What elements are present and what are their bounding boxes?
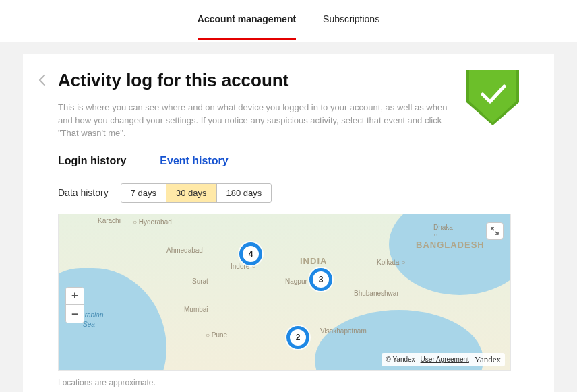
- map-city-label: Dhaka○: [433, 224, 453, 238]
- filter-label: Data history: [58, 187, 109, 198]
- locations-footnote: Locations are approximate.: [58, 378, 519, 387]
- map-country-india: INDIA: [300, 256, 327, 266]
- fullscreen-button[interactable]: [486, 222, 504, 240]
- map-city-label: Kolkata ○: [377, 259, 405, 266]
- security-shield-icon: [466, 70, 519, 128]
- map-view[interactable]: INDIA BANGLADESH Karachi ○ Hyderabad Ahm…: [58, 214, 511, 371]
- map-country-bangladesh: BANGLADESH: [416, 240, 485, 250]
- filter-row: Data history 7 days 30 days 180 days: [58, 183, 519, 203]
- map-city-label: Surat: [192, 277, 208, 285]
- tab-event-history[interactable]: Event history: [160, 155, 228, 167]
- map-brand: Yandex: [475, 354, 501, 365]
- map-city-label: Visakhapatnam: [320, 327, 367, 335]
- map-cluster[interactable]: 3: [309, 268, 332, 291]
- tab-login-history[interactable]: Login history: [58, 155, 126, 167]
- map-cluster[interactable]: 4: [239, 242, 262, 265]
- top-nav: Account management Subscriptions: [0, 0, 577, 42]
- map-city-label: ○ Hyderabad: [133, 218, 172, 226]
- range-30-days[interactable]: 30 days: [166, 184, 217, 202]
- map-city-label: Karachi: [98, 217, 121, 224]
- zoom-out-button[interactable]: –: [66, 305, 84, 323]
- user-agreement-link[interactable]: User Agreement: [421, 356, 469, 363]
- page-title: Activity log for this account: [58, 70, 519, 91]
- map-sea-label: Sea: [83, 321, 95, 328]
- page-background: Activity log for this account This is wh…: [0, 42, 577, 392]
- activity-card: Activity log for this account This is wh…: [23, 54, 554, 392]
- map-attribution: © Yandex User Agreement Yandex: [382, 353, 505, 366]
- page-description: This is where you can see where and on w…: [58, 102, 449, 140]
- map-cluster[interactable]: 2: [286, 326, 309, 349]
- zoom-control: + –: [65, 287, 84, 323]
- back-chevron-icon[interactable]: [38, 74, 47, 89]
- map-city-label: Ahmedabad: [166, 247, 203, 254]
- tab-account-management[interactable]: Account management: [198, 13, 296, 40]
- map-city-label: Mumbai: [184, 306, 208, 313]
- range-7-days[interactable]: 7 days: [121, 184, 166, 202]
- zoom-in-button[interactable]: +: [66, 288, 84, 305]
- history-tabs: Login history Event history: [58, 155, 519, 167]
- expand-icon: [491, 227, 499, 235]
- map-city-label: ○ Pune: [206, 331, 227, 339]
- date-range-segment: 7 days 30 days 180 days: [121, 183, 272, 203]
- map-copyright: © Yandex: [386, 356, 415, 363]
- tab-subscriptions[interactable]: Subscriptions: [323, 13, 379, 38]
- range-180-days[interactable]: 180 days: [217, 184, 272, 202]
- map-city-label: Bhubaneshwar: [354, 290, 399, 297]
